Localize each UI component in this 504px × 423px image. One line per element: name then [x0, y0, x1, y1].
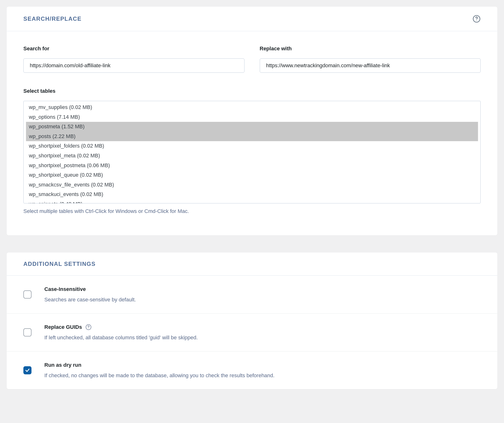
setting-text: Case-InsensitiveSearches are case-sensit…	[44, 286, 481, 303]
checkbox[interactable]	[23, 366, 31, 374]
search-for-input[interactable]	[23, 58, 245, 73]
search-for-label: Search for	[23, 46, 245, 52]
setting-text: Replace GUIDsIf left unchecked, all data…	[44, 324, 481, 341]
setting-row: Case-InsensitiveSearches are case-sensit…	[7, 276, 497, 314]
setting-row: Run as dry runIf checked, no changes wil…	[7, 352, 497, 389]
svg-point-1	[476, 20, 477, 21]
checkbox[interactable]	[23, 290, 31, 298]
replace-with-field: Replace with	[260, 46, 481, 73]
panel-header: ADDITIONAL SETTINGS	[7, 252, 497, 276]
table-option[interactable]: wp_shortpixel_postmeta (0.06 MB)	[26, 161, 478, 171]
svg-point-3	[88, 328, 89, 329]
setting-description: If left unchecked, all database columns …	[44, 334, 481, 341]
panel-header: SEARCH/REPLACE	[7, 7, 497, 31]
table-option[interactable]: wp_shortpixel_queue (0.02 MB)	[26, 170, 478, 180]
checkbox-wrap	[23, 362, 31, 374]
checkbox[interactable]	[23, 328, 31, 336]
panel-body: Search for Replace with Select tables wp…	[7, 31, 497, 235]
table-option[interactable]: wp_posts (2.22 MB)	[26, 132, 478, 141]
search-replace-panel: SEARCH/REPLACE Search for Replace with S…	[7, 7, 497, 235]
fields-row: Search for Replace with	[23, 46, 481, 73]
settings-rows: Case-InsensitiveSearches are case-sensit…	[7, 276, 497, 389]
checkbox-wrap	[23, 324, 31, 336]
table-option[interactable]: wp_smackuci_events (0.02 MB)	[26, 190, 478, 199]
tables-listbox[interactable]: wp_mv_supplies (0.02 MB)wp_options (7.14…	[23, 101, 481, 203]
table-option[interactable]: wp_shortpixel_folders (0.02 MB)	[26, 141, 478, 151]
table-option[interactable]: wp_options (7.14 MB)	[26, 112, 478, 122]
table-option[interactable]: wp_snippets (0.48 MB)	[26, 199, 478, 203]
replace-with-input[interactable]	[260, 58, 481, 73]
replace-with-label: Replace with	[260, 46, 481, 52]
setting-title: Run as dry run	[44, 362, 481, 368]
checkbox-wrap	[23, 286, 31, 298]
setting-title: Case-Insensitive	[44, 286, 481, 292]
additional-settings-panel: ADDITIONAL SETTINGS Case-InsensitiveSear…	[7, 252, 497, 389]
table-option[interactable]: wp_smackcsv_file_events (0.02 MB)	[26, 180, 478, 190]
setting-description: Searches are case-sensitive by default.	[44, 297, 481, 303]
select-tables-label: Select tables	[23, 88, 481, 94]
search-for-field: Search for	[23, 46, 245, 73]
setting-text: Run as dry runIf checked, no changes wil…	[44, 362, 481, 379]
table-option[interactable]: wp_mv_supplies (0.02 MB)	[26, 102, 478, 112]
help-icon[interactable]	[85, 324, 92, 330]
panel-title: ADDITIONAL SETTINGS	[23, 261, 96, 267]
panel-title: SEARCH/REPLACE	[23, 16, 82, 22]
table-option[interactable]: wp_shortpixel_meta (0.02 MB)	[26, 151, 478, 161]
tables-helper-text: Select multiple tables with Ctrl-Click f…	[23, 208, 481, 214]
select-tables-field: Select tables wp_mv_supplies (0.02 MB)wp…	[23, 88, 481, 214]
setting-description: If checked, no changes will be made to t…	[44, 372, 481, 379]
setting-title: Replace GUIDs	[44, 324, 481, 330]
table-option[interactable]: wp_postmeta (1.52 MB)	[26, 122, 478, 132]
help-icon[interactable]	[473, 15, 481, 23]
setting-row: Replace GUIDsIf left unchecked, all data…	[7, 314, 497, 352]
